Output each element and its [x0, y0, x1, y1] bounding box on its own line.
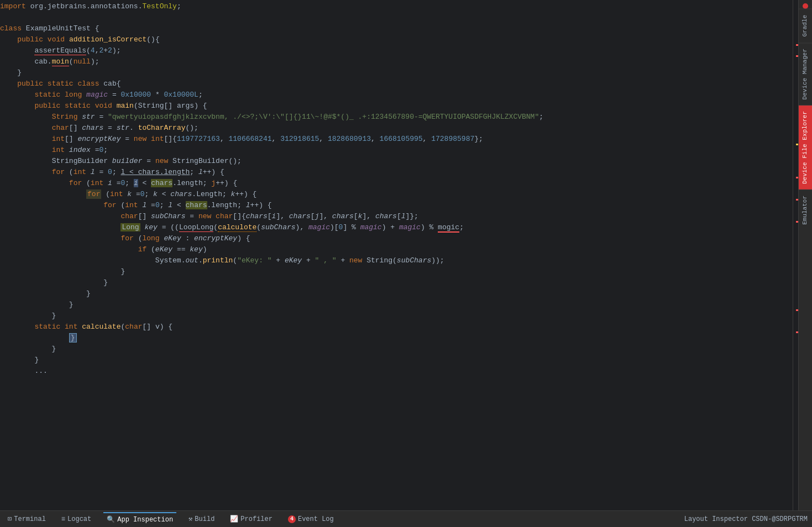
code-line: char[] chars = str. toCharArray(); — [0, 124, 793, 135]
emulator-tab[interactable]: Emulator — [799, 189, 812, 230]
code-line: cab.moin(null); — [0, 57, 793, 68]
code-line: public void addition_isCorrect(){ — [0, 35, 793, 46]
right-tool-sidebar: Gradle Device Manager Device File Explor… — [798, 0, 812, 510]
profiler-icon: 📈 — [230, 515, 238, 523]
code-line: int[] encryptKey = new int[]{1197727163,… — [0, 135, 793, 146]
code-line: System.out.println("eKey: " + eKey + " ,… — [0, 256, 793, 267]
code-line: for (int k =0; k < chars.Length; k++) { — [0, 190, 793, 201]
code-line: public static class cab{ — [0, 80, 793, 91]
build-icon: ⚒ — [188, 515, 192, 523]
code-line: import org.jetbrains.annotations.TestOnl… — [0, 2, 793, 13]
terminal-tab[interactable]: ⊡ Terminal — [4, 513, 49, 525]
code-line: } — [0, 68, 793, 80]
code-line: int index =0; — [0, 146, 793, 157]
logcat-label: Logcat — [67, 515, 91, 523]
code-line: for (int i =0; i < chars.length; j++) { — [0, 179, 793, 190]
code-line: assertEquals(4,2+2); — [0, 46, 793, 57]
terminal-label: Terminal — [14, 515, 46, 523]
event-log-label: Event Log — [298, 515, 334, 523]
code-line: for (int l =0; l < chars.length; l++) { — [0, 201, 793, 212]
code-line: } — [0, 356, 793, 367]
event-log-tab[interactable]: 4 Event Log — [285, 513, 337, 525]
code-line: static long magic = 0x10000 * 0x10000L; — [0, 91, 793, 102]
code-line: } — [0, 334, 793, 345]
code-line: static int calculate(char[] v) { — [0, 323, 793, 334]
code-line: if (eKey == key) — [0, 245, 793, 256]
code-line: char[] subChars = new char[]{chars[i], c… — [0, 212, 793, 223]
logcat-icon: ≡ — [61, 515, 65, 523]
status-bar-right: Layout Inspector CSDN-@SDRPGTRM — [684, 515, 808, 523]
code-line: class ExampleUnitTest { — [0, 24, 793, 35]
build-tab[interactable]: ⚒ Build — [185, 513, 218, 525]
build-label: Build — [195, 515, 214, 523]
code-line: } — [0, 289, 793, 301]
editor-area: import org.jetbrains.annotations.TestOnl… — [0, 0, 812, 510]
profiler-tab[interactable]: 📈 Profiler — [227, 513, 276, 525]
gradle-panel-tab[interactable]: Gradle — [799, 9, 812, 43]
logcat-tab[interactable]: ≡ Logcat — [58, 513, 95, 525]
device-manager-tab[interactable]: Device Manager — [799, 43, 812, 105]
code-line: StringBuilder builder = new StringBuilde… — [0, 157, 793, 168]
code-line: } — [0, 267, 793, 278]
code-line: for (long eKey : encryptKey) { — [0, 234, 793, 245]
app-inspection-tab[interactable]: 🔍 App Inspection — [103, 512, 176, 526]
code-line: } — [0, 301, 793, 312]
code-line: String str = "qwertyuiopasdfghjklzxcvbnm… — [0, 113, 793, 124]
profiler-label: Profiler — [240, 515, 273, 523]
terminal-icon: ⊡ — [8, 515, 12, 523]
code-editor[interactable]: import org.jetbrains.annotations.TestOnl… — [0, 0, 793, 510]
app-inspection-label: App Inspection — [117, 516, 173, 524]
code-line: } — [0, 312, 793, 323]
error-gutter — [793, 0, 798, 510]
app-inspection-icon: 🔍 — [107, 515, 115, 524]
code-line: } — [0, 345, 793, 356]
event-log-badge: 4 — [288, 515, 296, 523]
device-file-explorer-tab[interactable]: Device File Explorer — [799, 105, 812, 189]
code-line: for (int l = 0; l < chars.length; l++) { — [0, 168, 793, 179]
error-indicator — [803, 3, 808, 9]
code-line: public static void main(String[] args) { — [0, 102, 793, 113]
code-line: Long key = ((LoopLong(calculote(subChars… — [0, 223, 793, 234]
bottom-toolbar: ⊡ Terminal ≡ Logcat 🔍 App Inspection ⚒ B… — [0, 510, 812, 527]
code-line — [0, 13, 793, 24]
code-line: } — [0, 278, 793, 289]
code-line: ... — [0, 367, 793, 378]
